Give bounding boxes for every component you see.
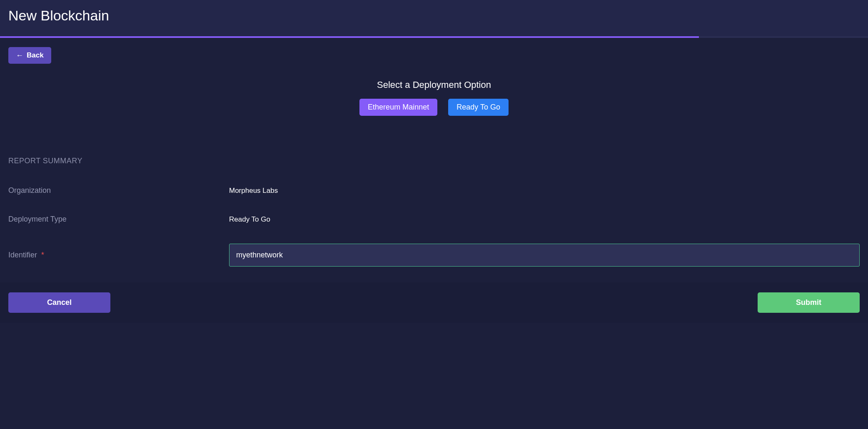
back-button[interactable]: ← Back [8, 47, 51, 64]
organization-row: Organization Morpheus Labs [8, 186, 860, 195]
ready-to-go-button[interactable]: Ready To Go [448, 99, 509, 116]
report-summary-title: REPORT SUMMARY [8, 157, 860, 165]
identifier-input[interactable] [229, 244, 860, 267]
organization-label: Organization [8, 186, 229, 195]
deployment-type-row: Deployment Type Ready To Go [8, 215, 860, 224]
deployment-type-label: Deployment Type [8, 215, 229, 224]
back-button-label: Back [27, 51, 44, 60]
deployment-options: Ethereum Mainnet Ready To Go [8, 99, 860, 116]
identifier-label-text: Identifier [8, 251, 37, 259]
page-header: New Blockchain [0, 0, 868, 36]
ethereum-mainnet-button[interactable]: Ethereum Mainnet [359, 99, 437, 116]
identifier-row: Identifier * [8, 244, 860, 267]
footer-actions: Cancel Submit [0, 282, 868, 323]
cancel-button[interactable]: Cancel [8, 292, 110, 313]
deployment-title: Select a Deployment Option [8, 80, 860, 90]
required-indicator: * [41, 251, 44, 259]
report-summary-section: REPORT SUMMARY Organization Morpheus Lab… [8, 157, 860, 267]
deployment-type-value: Ready To Go [229, 215, 270, 224]
main-content: ← Back Select a Deployment Option Ethere… [0, 38, 868, 267]
organization-value: Morpheus Labs [229, 187, 278, 195]
arrow-left-icon: ← [16, 52, 23, 59]
identifier-label: Identifier * [8, 251, 229, 259]
deployment-section: Select a Deployment Option Ethereum Main… [8, 80, 860, 116]
page-title: New Blockchain [8, 7, 860, 24]
submit-button[interactable]: Submit [758, 292, 860, 313]
